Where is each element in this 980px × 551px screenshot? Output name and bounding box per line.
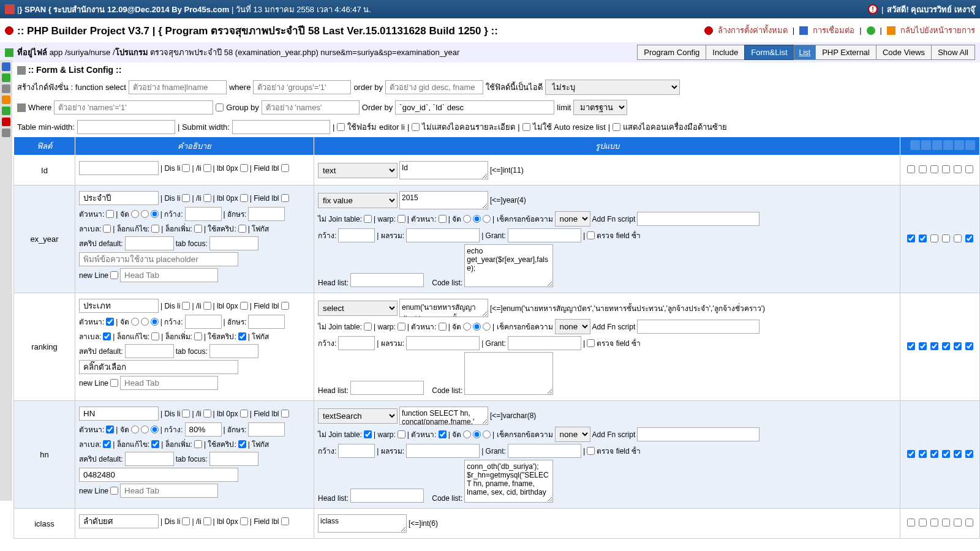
headlist-input[interactable]: [350, 381, 424, 395]
warp-check[interactable]: [398, 215, 405, 223]
flag-check-1[interactable]: [919, 234, 927, 242]
checkfield-check[interactable]: [587, 231, 595, 239]
home-icon[interactable]: [5, 4, 15, 14]
desc-name-input[interactable]: [79, 191, 159, 205]
noicon-detail-check[interactable]: [412, 123, 420, 131]
flag-check-0[interactable]: [907, 342, 915, 350]
fieldlbl-check[interactable]: [281, 164, 289, 172]
tab-code-views[interactable]: Code Views: [876, 45, 932, 60]
sidebar-tool-2[interactable]: [2, 73, 10, 82]
addfn-input[interactable]: [637, 320, 760, 334]
refresh-icon[interactable]: [867, 26, 875, 35]
flag-check-0[interactable]: [907, 165, 915, 173]
disli-check[interactable]: [182, 517, 190, 525]
width-input[interactable]: [185, 315, 222, 329]
type-select[interactable]: text: [318, 163, 398, 178]
align2-l-radio[interactable]: [463, 323, 471, 331]
back-icon[interactable]: [887, 26, 895, 35]
scriptdef-input[interactable]: [125, 236, 174, 250]
flag-check-4[interactable]: [954, 450, 962, 458]
nojoin-check[interactable]: [364, 430, 372, 438]
lockadd-check[interactable]: [194, 440, 202, 448]
lbl0-check[interactable]: [240, 302, 248, 310]
tab-include[interactable]: Include: [706, 45, 745, 60]
align-left-radio[interactable]: [131, 425, 139, 433]
tabfocus-input[interactable]: [209, 344, 258, 358]
lockadd-check[interactable]: [194, 225, 202, 233]
flag-check-5[interactable]: [965, 519, 973, 527]
label-check[interactable]: [103, 225, 111, 233]
tab-list[interactable]: List: [794, 45, 816, 60]
lbl0-check[interactable]: [240, 194, 248, 202]
clear-link[interactable]: ล้างการตั้งค่าทั้งหมด: [718, 24, 788, 37]
flag-check-4[interactable]: [954, 165, 962, 173]
sum-input[interactable]: [406, 228, 480, 242]
flag-check-5[interactable]: [965, 450, 973, 458]
flag-check-5[interactable]: [965, 165, 973, 173]
flag-check-2[interactable]: [930, 519, 938, 527]
headtab-input[interactable]: [120, 484, 218, 498]
placeholder-input[interactable]: [79, 360, 238, 374]
width2-input[interactable]: [338, 228, 375, 242]
sql-textarea[interactable]: iclass: [318, 514, 407, 533]
showicon-left-check[interactable]: [612, 123, 620, 131]
flag-check-0[interactable]: [907, 450, 915, 458]
flag-check-3[interactable]: [942, 450, 950, 458]
lockadd-check[interactable]: [194, 332, 202, 340]
type-select[interactable]: select: [318, 301, 398, 316]
checkfield-check[interactable]: [587, 447, 595, 455]
usescript-check[interactable]: [238, 225, 246, 233]
editor-li-check[interactable]: [337, 123, 345, 131]
align2-l-radio[interactable]: [463, 430, 471, 438]
type-select[interactable]: fix value: [318, 193, 398, 208]
sql-textarea[interactable]: function SELECT hn, concat(pname,fname,': [399, 407, 488, 425]
warp-check[interactable]: [398, 430, 405, 438]
stop-icon[interactable]: [5, 26, 13, 35]
bold-check[interactable]: [106, 425, 114, 433]
align-center-radio[interactable]: [141, 318, 149, 326]
limit-select[interactable]: มาตรฐาน: [573, 100, 627, 115]
fieldlbl-check[interactable]: [281, 410, 289, 418]
flag-check-5[interactable]: [965, 234, 973, 242]
lbl0-check[interactable]: [240, 164, 248, 172]
checkmsg-select[interactable]: none: [555, 319, 590, 334]
grant-input[interactable]: [508, 228, 581, 242]
tabfocus-input[interactable]: [209, 236, 258, 250]
label-check[interactable]: [103, 332, 111, 340]
sli-check[interactable]: [203, 164, 211, 172]
flag-check-2[interactable]: [930, 165, 938, 173]
where-input[interactable]: [253, 80, 351, 94]
sidebar-tool-4[interactable]: [2, 96, 10, 104]
clear-icon[interactable]: [704, 26, 713, 35]
alert-icon[interactable]: !: [868, 4, 878, 14]
fn-select-input[interactable]: [129, 80, 227, 94]
chars-input[interactable]: [248, 207, 285, 221]
flag-check-4[interactable]: [954, 234, 962, 242]
tabfocus-input[interactable]: [209, 452, 258, 466]
align2-l-radio[interactable]: [463, 215, 471, 223]
newline-check[interactable]: [110, 271, 118, 279]
usescript-check[interactable]: [238, 440, 246, 448]
tool-icon-4[interactable]: [943, 140, 953, 150]
width2-input[interactable]: [338, 336, 375, 350]
sidebar-tool-6[interactable]: [2, 118, 10, 126]
sum-input[interactable]: [406, 336, 480, 350]
sql-textarea[interactable]: Id: [399, 161, 488, 179]
where2-input[interactable]: [54, 100, 213, 114]
flag-check-3[interactable]: [942, 342, 950, 350]
tab-php-external[interactable]: PHP External: [815, 45, 876, 60]
codelist-textarea[interactable]: echo get_year($r[ex_year],false);: [464, 244, 553, 287]
desc-name-input[interactable]: [79, 161, 159, 175]
newline-check[interactable]: [110, 379, 118, 387]
orderby-input[interactable]: [385, 80, 483, 94]
placeholder-input[interactable]: [79, 468, 238, 482]
headtab-input[interactable]: [120, 376, 218, 390]
nojoin-check[interactable]: [364, 323, 372, 331]
lockedit-check[interactable]: [151, 225, 159, 233]
tab-program-config[interactable]: Program Config: [637, 45, 706, 60]
tool-icon-2[interactable]: [921, 140, 931, 150]
type-select[interactable]: textSearch: [318, 408, 398, 424]
align-left-radio[interactable]: [131, 318, 139, 326]
lockedit-check[interactable]: [151, 440, 159, 448]
codelist-textarea[interactable]: [464, 352, 553, 395]
